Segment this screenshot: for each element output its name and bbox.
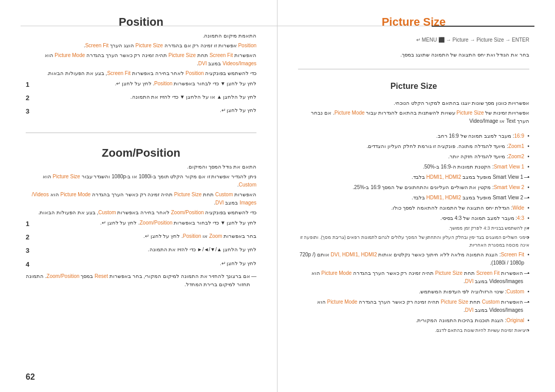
position-section: Position התאמת מיקום התמונה. Position אפ… bbox=[26, 15, 256, 119]
zoom-line-2: ניתן להגדיר אפשרות זו אם מקור הקלט תומך … bbox=[26, 173, 256, 189]
zoom-line-3: האפשרות Custom תחת Picture Size תהיה זמי… bbox=[26, 191, 256, 207]
bullet-zoom2: Zoom2: מיועד להגדלה חזקה יותר. bbox=[298, 153, 529, 161]
bullet-screen-fit: Screen Fit: הצגת התמונה מלאה ללא חיתוך כ… bbox=[298, 251, 529, 267]
bullet-4-3: 4:3: מעבר למצב תמונה של 4:3 בסיסי. bbox=[298, 214, 529, 222]
zoom-body: התאם את גודל המסך והמיקום. ניתן להגדיר א… bbox=[26, 163, 256, 217]
zoom-step-1: 1 לחץ על לחצן ▼ כדי לבחור באפשרות Zoom/P… bbox=[26, 218, 256, 230]
right-intro: אפשרויות כוונון מסך שונות יוצגו בהתאם למ… bbox=[298, 99, 529, 127]
bullet-16-9: 16:9: מעבר למצב תמונה של 16:9 רחב. bbox=[298, 132, 529, 140]
bullet-sv2-note: Smart View 2 מופעל במצב HDMI1, HDMI2 בלב… bbox=[298, 194, 529, 202]
right-divider bbox=[298, 69, 529, 69]
pos-step-3: 3 לחץ על לחצן ↵. bbox=[26, 106, 256, 117]
pos-line-4: כדי להשתמש בפונקציה Position לאחר בחירה … bbox=[26, 69, 256, 78]
bullet-custom-note: האפשרות Custom תחת Picture Size תהיה זמי… bbox=[298, 298, 529, 314]
zoom-title: Zoom/Position bbox=[26, 146, 256, 160]
menu-path: MENU ⬛ → Picture → Picture Size → ENTER … bbox=[298, 37, 529, 43]
pos-line-3: האפשרות Screen Fit תחת Picture Size תהיה… bbox=[26, 51, 256, 68]
bullet-sv1-note: Smart View 1 מופעל במצב HDMI1, HDMI2 בלב… bbox=[298, 173, 529, 181]
zoom-line-4: כדי להשתמש בפונקציה Zoom/Position לאחר ב… bbox=[26, 209, 256, 217]
bullet-original: Original: הצגת תוכנות בהיכות התמונה המקו… bbox=[298, 316, 529, 325]
choose-note: בחר את הגודל ואת יחס התצוגה של התמונה שת… bbox=[298, 51, 529, 61]
zoom-section: Zoom/Position התאם את גודל המסך והמיקום.… bbox=[26, 146, 256, 290]
position-steps: 1 לחץ על לחצן ▼ כדי לבחור באפשרות Positi… bbox=[26, 79, 256, 117]
zoom-step-4: 4 לחץ על לחצן ↵. bbox=[26, 259, 256, 270]
main-title: Picture Size bbox=[298, 15, 529, 29]
page-container: Position התאמת מיקום התמונה. Position אפ… bbox=[0, 0, 555, 392]
zoom-reset-note: אם ברצונך להחזיר את התמונה למיקום המקורי… bbox=[26, 272, 256, 289]
picture-size-bullets: 16:9: מעבר למצב תמונה של 16:9 רחב. Zoom1… bbox=[298, 132, 529, 337]
page-number: 62 bbox=[26, 372, 35, 382]
pos-line-2: Position אפשרות זו זמינה רק אם בהגדרה Pi… bbox=[26, 42, 256, 50]
pos-step-2: 2 לחץ על הלחצן ▲ או על הלחצן ▼ כדי להזיז… bbox=[26, 92, 256, 104]
bullet-custom: Custom: שינוי הרזולוציה לפי העדפות המשתמ… bbox=[298, 288, 529, 296]
subsection-title: Picture Size bbox=[298, 82, 529, 91]
bullet-sv1: Smart View 1: הקטנת תמונות ה-16:9 ב-50%. bbox=[298, 163, 529, 171]
position-title: Position bbox=[26, 15, 256, 29]
section-divider bbox=[26, 133, 256, 133]
bullet-original-note: היציאות זמינות עשויות להיות שונות בהתאם … bbox=[298, 327, 529, 334]
zoom-step-2: 2 בחר באפשרות Zoom או Position. לחץ על ל… bbox=[26, 232, 256, 243]
zoom-steps: 1 לחץ על לחצן ▼ כדי לבחור באפשרות Zoom/P… bbox=[26, 218, 256, 270]
zoom-step-3: 3 לחץ על הלחצן ▲/▼/◄/► כדי להזיז את התמו… bbox=[26, 245, 256, 256]
bullet-sv2: Smart View 2: מקטין את השוליים העליונים … bbox=[298, 183, 529, 192]
right-top-rule bbox=[432, 26, 534, 27]
pos-line-1: התאמת מיקום התמונה. bbox=[26, 32, 256, 40]
zoom-line-1: התאם את גודל המסך והמיקום. bbox=[26, 163, 256, 171]
bullet-sf-note: האפשרות Screen Fit תחת Picture Size תהיה… bbox=[298, 269, 529, 286]
bullet-wide: Wide: הגדלת יחס התצוגה של התמונה להתאמה … bbox=[298, 204, 529, 212]
right-panel: Picture Size MENU ⬛ → Picture → Picture … bbox=[278, 0, 555, 392]
bullet-ghost-note: סימני השוליים המוצגים בצד ימין ובחלק העל… bbox=[298, 234, 529, 249]
bullet-4-3-note: אין להשתמש בבניית 4:3 לפרק זמן ממושך. bbox=[298, 225, 529, 232]
position-body: התאמת מיקום התמונה. Position אפשרות זו ז… bbox=[26, 32, 256, 78]
pos-step-1: 1 לחץ על לחצן ▼ כדי לבחור באפשרות Positi… bbox=[26, 79, 256, 90]
bullet-zoom1: Zoom1: מיועד להגדלה מתונה. פונקציה זו גו… bbox=[298, 142, 529, 151]
left-panel: Position התאמת מיקום התמונה. Position אפ… bbox=[0, 0, 278, 392]
